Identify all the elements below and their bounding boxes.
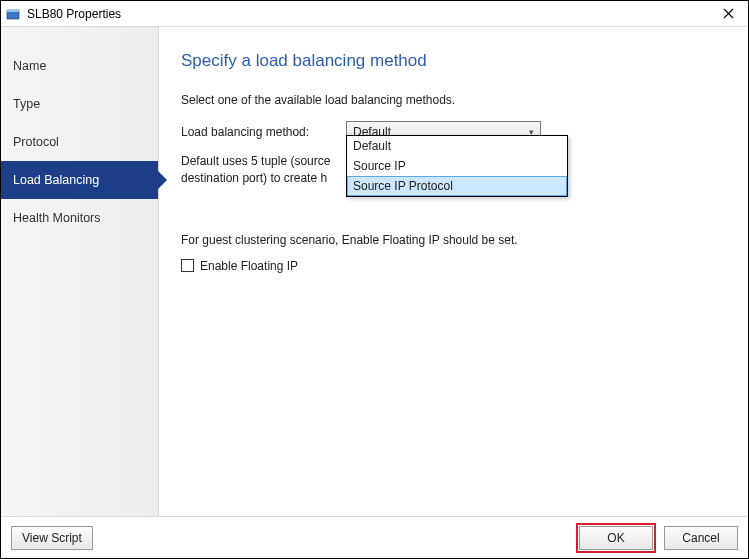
sidebar-item-load-balancing[interactable]: Load Balancing [1, 161, 158, 199]
close-button[interactable] [708, 1, 748, 26]
sidebar-item-type[interactable]: Type [1, 85, 158, 123]
sidebar-item-protocol[interactable]: Protocol [1, 123, 158, 161]
ok-button-highlight: OK [576, 523, 656, 553]
method-label: Load balancing method: [181, 125, 346, 139]
main-panel: Specify a load balancing method Select o… [159, 27, 748, 516]
dialog-body: Name Type Protocol Load Balancing Health… [1, 27, 748, 516]
view-script-button[interactable]: View Script [11, 526, 93, 550]
app-icon [5, 6, 21, 22]
ok-button[interactable]: OK [579, 526, 653, 550]
method-dropdown-list: Default Source IP Source IP Protocol [346, 135, 568, 197]
properties-window: SLB80 Properties Name Type Protocol Load… [0, 0, 749, 559]
footer: View Script OK Cancel [1, 516, 748, 558]
sidebar-item-health-monitors[interactable]: Health Monitors [1, 199, 158, 237]
floating-ip-row: Enable Floating IP [181, 259, 726, 273]
dropdown-option-source-ip[interactable]: Source IP [347, 156, 567, 176]
sidebar-item-name[interactable]: Name [1, 47, 158, 85]
dropdown-option-source-ip-protocol[interactable]: Source IP Protocol [347, 176, 567, 196]
floating-ip-checkbox[interactable] [181, 259, 194, 272]
sidebar: Name Type Protocol Load Balancing Health… [1, 27, 159, 516]
titlebar: SLB80 Properties [1, 1, 748, 27]
dropdown-option-default[interactable]: Default [347, 136, 567, 156]
cancel-button[interactable]: Cancel [664, 526, 738, 550]
window-title: SLB80 Properties [27, 7, 708, 21]
svg-rect-1 [7, 10, 19, 12]
instruction-text: Select one of the available load balanci… [181, 93, 726, 107]
page-title: Specify a load balancing method [181, 51, 726, 71]
floating-ip-hint: For guest clustering scenario, Enable Fl… [181, 233, 726, 247]
floating-ip-label: Enable Floating IP [200, 259, 298, 273]
